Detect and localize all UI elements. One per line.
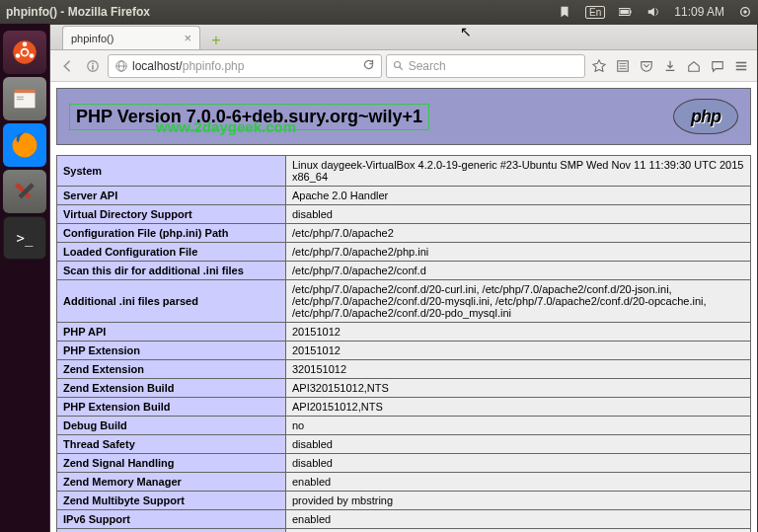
chat-icon[interactable]	[708, 56, 727, 76]
tab-label: phpinfo()	[71, 33, 176, 44]
table-row: Configuration File (php.ini) Path/etc/ph…	[57, 224, 751, 243]
bookmark-star-icon[interactable]	[589, 56, 609, 76]
top-menu-bar: phpinfo() - Mozilla Firefox En 11:09 AM	[0, 0, 758, 24]
url-host: localhost/	[132, 59, 183, 73]
info-value: 320151012	[286, 360, 751, 379]
toolbar: localhost/phpinfo.php Search	[50, 50, 757, 82]
new-tab-button[interactable]: +	[206, 32, 226, 49]
info-value: no	[286, 417, 751, 435]
info-key: System	[57, 156, 286, 187]
info-value: Apache 2.0 Handler	[286, 187, 751, 205]
info-value: /etc/php/7.0/apache2/conf.d/20-curl.ini,…	[286, 280, 751, 323]
svg-point-16	[92, 62, 94, 64]
info-key: PHP API	[57, 323, 286, 342]
table-row: Virtual Directory Supportdisabled	[57, 205, 751, 224]
info-value: disabled	[286, 205, 751, 224]
info-value: /etc/php/7.0/apache2/conf.d	[286, 262, 751, 280]
table-row: Zend Extension320151012	[57, 360, 751, 379]
svg-rect-10	[15, 90, 36, 94]
downloads-icon[interactable]	[660, 56, 680, 76]
tab-strip: phpinfo() × +	[50, 25, 757, 50]
tab-phpinfo[interactable]: phpinfo() ×	[62, 26, 200, 49]
terminal-icon[interactable]: >_	[3, 216, 46, 260]
sound-icon[interactable]	[646, 5, 660, 19]
info-value: Linux daygeek-VirtualBox 4.2.0-19-generi…	[286, 156, 751, 187]
search-bar[interactable]: Search	[386, 54, 585, 78]
page-content: PHP Version 7.0.0-6+deb.sury.org~wily+1 …	[50, 82, 757, 532]
info-value: API320151012,NTS	[286, 379, 751, 398]
info-value: 20151012	[286, 323, 751, 342]
home-icon[interactable]	[684, 56, 704, 76]
table-row: Zend Signal Handlingdisabled	[57, 454, 751, 473]
pocket-icon[interactable]	[637, 56, 656, 76]
info-key: DTrace Support	[57, 529, 286, 533]
table-row: Zend Extension BuildAPI320151012,NTS	[57, 379, 751, 398]
info-key: PHP Extension Build	[57, 398, 286, 417]
table-row: PHP Extension20151012	[57, 342, 751, 360]
info-value: /etc/php/7.0/apache2	[286, 224, 751, 243]
settings-icon[interactable]	[3, 170, 46, 213]
url-bar[interactable]: localhost/phpinfo.php	[108, 54, 382, 78]
globe-icon	[114, 59, 128, 73]
svg-point-21	[394, 61, 400, 67]
session-icon[interactable]	[738, 5, 752, 19]
menu-icon[interactable]	[731, 56, 751, 76]
info-key: PHP Extension	[57, 342, 286, 360]
info-value: 20151012	[286, 342, 751, 360]
tab-close-icon[interactable]: ×	[184, 31, 191, 45]
info-value: enabled	[286, 473, 751, 492]
table-row: DTrace Supportenabled	[57, 529, 751, 533]
table-row: Loaded Configuration File/etc/php/7.0/ap…	[57, 243, 751, 262]
browser-window: phpinfo() × + localhost/phpinfo.php Sear…	[49, 24, 758, 532]
dash-icon[interactable]	[3, 31, 46, 74]
firefox-icon[interactable]	[3, 123, 46, 167]
watermark: www.2daygeek.com	[156, 118, 296, 135]
svg-rect-2	[621, 10, 629, 14]
files-icon[interactable]	[3, 77, 46, 120]
table-row: PHP Extension BuildAPI20151012,NTS	[57, 398, 751, 417]
info-key: Loaded Configuration File	[57, 243, 286, 262]
table-row: Zend Multibyte Supportprovided by mbstri…	[57, 492, 751, 510]
php-logo: php	[673, 99, 738, 134]
search-icon	[393, 60, 405, 72]
launcher: >_	[0, 24, 49, 532]
info-value: disabled	[286, 454, 751, 473]
info-key: Zend Extension	[57, 360, 286, 379]
back-button[interactable]	[56, 55, 78, 77]
info-key: Virtual Directory Support	[57, 205, 286, 224]
info-key: Scan this dir for additional .ini files	[57, 262, 286, 280]
window-title: phpinfo() - Mozilla Firefox	[6, 5, 150, 19]
info-value: enabled	[286, 529, 751, 533]
search-placeholder: Search	[409, 59, 446, 73]
info-value: enabled	[286, 510, 751, 529]
svg-rect-1	[630, 11, 631, 14]
table-row: IPv6 Supportenabled	[57, 510, 751, 529]
info-key: Configuration File (php.ini) Path	[57, 224, 286, 243]
info-key: Thread Safety	[57, 435, 286, 454]
table-row: Server APIApache 2.0 Handler	[57, 187, 751, 205]
php-header: PHP Version 7.0.0-6+deb.sury.org~wily+1 …	[56, 88, 751, 145]
info-value: /etc/php/7.0/apache2/php.ini	[286, 243, 751, 262]
identity-button[interactable]	[82, 55, 104, 77]
clock[interactable]: 11:09 AM	[674, 5, 724, 19]
battery-icon[interactable]	[619, 5, 633, 19]
table-row: Debug Buildno	[57, 417, 751, 435]
network-icon[interactable]	[558, 5, 571, 19]
table-row: Zend Memory Managerenabled	[57, 473, 751, 492]
table-row: SystemLinux daygeek-VirtualBox 4.2.0-19-…	[57, 156, 751, 187]
info-key: Zend Multibyte Support	[57, 492, 286, 510]
info-value: provided by mbstring	[286, 492, 751, 510]
table-row: Scan this dir for additional .ini files/…	[57, 262, 751, 280]
info-key: Zend Memory Manager	[57, 473, 286, 492]
svg-point-8	[30, 53, 35, 58]
bookmarks-list-icon[interactable]	[613, 56, 633, 76]
info-key: Debug Build	[57, 417, 286, 435]
svg-rect-11	[15, 93, 36, 108]
svg-rect-17	[92, 65, 94, 69]
info-value: disabled	[286, 435, 751, 454]
reload-button[interactable]	[362, 58, 375, 74]
keyboard-indicator[interactable]: En	[585, 6, 605, 19]
url-path: phpinfo.php	[183, 59, 245, 73]
svg-point-4	[743, 10, 747, 14]
svg-rect-12	[17, 97, 24, 98]
